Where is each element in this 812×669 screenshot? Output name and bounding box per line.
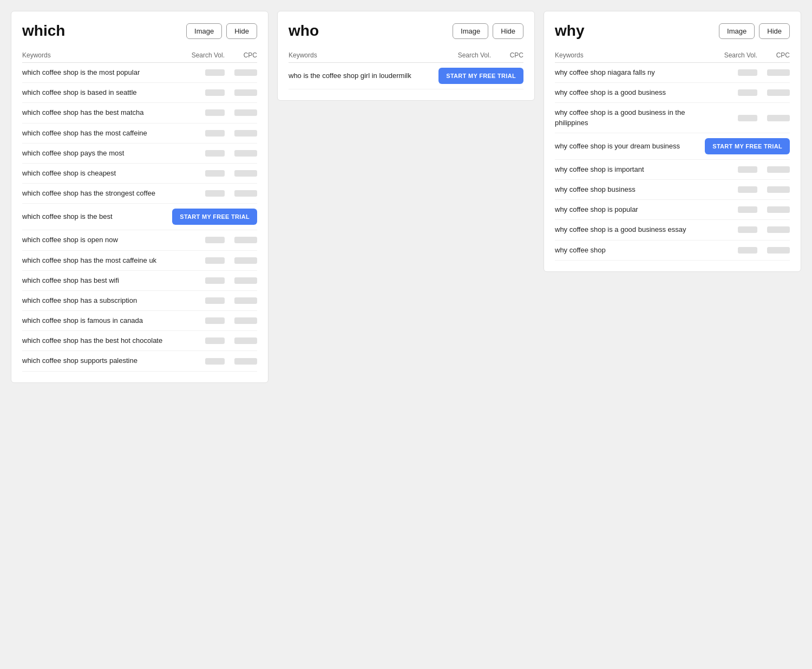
keyword-text-which-4: which coffee shop pays the most	[22, 148, 181, 158]
keyword-row-who-0: who is the coffee shop girl in loudermil…	[289, 63, 523, 89]
search-vol-bar-which-2	[205, 109, 225, 116]
keyword-text-which-6: which coffee shop has the strongest coff…	[22, 189, 181, 198]
col-searchvol-which: Search Vol.	[181, 51, 225, 59]
cpc-bar-which-8	[234, 237, 257, 243]
search-vol-cell-why-2	[714, 115, 757, 121]
search-vol-cell-which-5	[181, 170, 225, 177]
cpc-bar-why-1	[767, 89, 790, 96]
search-vol-bar-why-8	[738, 247, 757, 254]
cpc-cell-why-2	[757, 115, 790, 121]
keyword-text-which-10: which coffee shop has best wifi	[22, 276, 181, 285]
keyword-text-which-2: which coffee shop has the best matcha	[22, 108, 181, 118]
cpc-cell-which-10	[225, 277, 257, 284]
keyword-row-which-10: which coffee shop has best wifi	[22, 271, 257, 291]
col-keywords-who: Keywords	[289, 51, 448, 59]
columns-wrapper: whichImageHideKeywordsSearch Vol.CPCwhic…	[11, 11, 801, 383]
keyword-text-which-7: which coffee shop is the best	[22, 212, 172, 222]
keyword-text-which-8: which coffee shop is open now	[22, 235, 181, 245]
keyword-row-which-11: which coffee shop has a subscription	[22, 291, 257, 311]
cpc-bar-which-5	[234, 170, 257, 177]
hide-button-who[interactable]: Hide	[493, 23, 523, 39]
keyword-text-why-8: why coffee shop	[555, 245, 714, 255]
search-vol-cell-which-1	[181, 89, 225, 96]
cpc-bar-why-8	[767, 247, 790, 254]
keyword-text-why-4: why coffee shop is important	[555, 165, 714, 174]
keyword-text-who-0: who is the coffee shop girl in loudermil…	[289, 71, 438, 81]
search-vol-bar-why-6	[738, 206, 757, 213]
keyword-row-which-12: which coffee shop is famous in canada	[22, 311, 257, 331]
cpc-bar-which-12	[234, 317, 257, 324]
image-button-which[interactable]: Image	[186, 23, 222, 39]
cpc-bar-why-4	[767, 166, 790, 173]
search-vol-bar-why-2	[738, 115, 757, 121]
cpc-cell-which-11	[225, 297, 257, 304]
keyword-row-which-14: which coffee shop supports palestine	[22, 351, 257, 371]
search-vol-cell-which-13	[181, 337, 225, 344]
card-title-why: why	[555, 22, 584, 40]
search-vol-cell-why-7	[714, 226, 757, 233]
cpc-bar-why-6	[767, 206, 790, 213]
trial-button-why-3[interactable]: START MY FREE TRIAL	[705, 138, 790, 154]
hide-button-why[interactable]: Hide	[759, 23, 790, 39]
cpc-cell-why-4	[757, 166, 790, 173]
search-vol-bar-which-3	[205, 130, 225, 137]
image-button-who[interactable]: Image	[453, 23, 488, 39]
table-header-which: KeywordsSearch Vol.CPC	[22, 48, 257, 63]
cpc-bar-why-5	[767, 186, 790, 193]
keyword-row-why-2: why coffee shop is a good business in th…	[555, 103, 790, 133]
cpc-cell-why-7	[757, 226, 790, 233]
col-cpc-why: CPC	[757, 51, 790, 59]
search-vol-bar-which-5	[205, 170, 225, 177]
cpc-cell-which-1	[225, 89, 257, 96]
col-searchvol-who: Search Vol.	[448, 51, 491, 59]
col-cpc-who: CPC	[491, 51, 523, 59]
cpc-bar-which-14	[234, 358, 257, 365]
search-vol-cell-why-0	[714, 69, 757, 76]
cpc-cell-which-4	[225, 150, 257, 157]
search-vol-cell-which-9	[181, 257, 225, 264]
keyword-row-which-5: which coffee shop is cheapest	[22, 164, 257, 184]
trial-button-who-0[interactable]: START MY FREE TRIAL	[438, 68, 523, 84]
search-vol-cell-which-10	[181, 277, 225, 284]
search-vol-bar-which-11	[205, 297, 225, 304]
keyword-text-which-0: which coffee shop is the most popular	[22, 68, 181, 77]
search-vol-cell-why-5	[714, 186, 757, 193]
col-keywords-why: Keywords	[555, 51, 714, 59]
cpc-cell-why-0	[757, 69, 790, 76]
keyword-text-which-5: which coffee shop is cheapest	[22, 168, 181, 178]
cpc-cell-which-14	[225, 358, 257, 365]
search-vol-cell-why-8	[714, 247, 757, 254]
cpc-bar-which-13	[234, 337, 257, 344]
keyword-row-why-0: why coffee shop niagara falls ny	[555, 63, 790, 83]
keyword-row-which-3: which coffee shop has the most caffeine	[22, 124, 257, 144]
cpc-cell-which-8	[225, 237, 257, 243]
search-vol-cell-which-11	[181, 297, 225, 304]
image-button-why[interactable]: Image	[719, 23, 755, 39]
keyword-row-why-4: why coffee shop is important	[555, 160, 790, 180]
cpc-cell-why-6	[757, 206, 790, 213]
search-vol-cell-why-1	[714, 89, 757, 96]
search-vol-cell-which-0	[181, 69, 225, 76]
card-title-who: who	[289, 22, 319, 40]
cpc-cell-why-5	[757, 186, 790, 193]
card-header-who: whoImageHide	[289, 22, 523, 40]
table-header-why: KeywordsSearch Vol.CPC	[555, 48, 790, 63]
cpc-bar-which-6	[234, 190, 257, 197]
keyword-text-why-0: why coffee shop niagara falls ny	[555, 68, 714, 77]
cpc-bar-which-11	[234, 297, 257, 304]
trial-button-which-7[interactable]: START MY FREE TRIAL	[172, 209, 257, 225]
hide-button-which[interactable]: Hide	[226, 23, 257, 39]
card-title-which: which	[22, 22, 65, 40]
search-vol-bar-which-14	[205, 358, 225, 365]
cpc-bar-which-3	[234, 130, 257, 137]
col-cpc-which: CPC	[225, 51, 257, 59]
header-buttons-which: ImageHide	[186, 23, 257, 39]
keyword-text-why-2: why coffee shop is a good business in th…	[555, 108, 714, 127]
header-buttons-who: ImageHide	[453, 23, 523, 39]
keyword-text-which-14: which coffee shop supports palestine	[22, 356, 181, 366]
keyword-text-which-12: which coffee shop is famous in canada	[22, 316, 181, 326]
card-header-why: whyImageHide	[555, 22, 790, 40]
cpc-bar-which-0	[234, 69, 257, 76]
keyword-text-why-1: why coffee shop is a good business	[555, 88, 714, 98]
search-vol-cell-why-6	[714, 206, 757, 213]
